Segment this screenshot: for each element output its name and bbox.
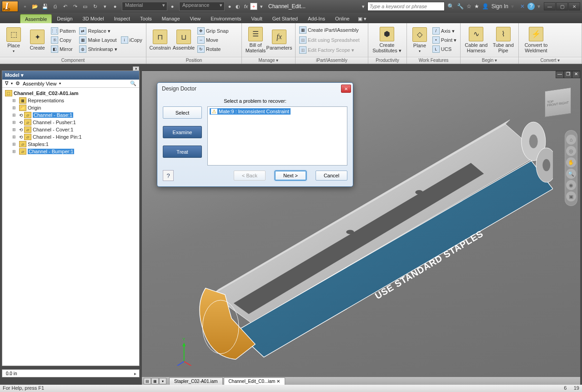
assembly-view-icon[interactable]: ⚙: [15, 80, 20, 86]
nav-wheel-icon[interactable]: ◎: [566, 146, 576, 156]
back-button[interactable]: < Back: [234, 171, 266, 181]
tree-item[interactable]: ⊞⟲▱Channel - Base:1: [12, 111, 136, 119]
appearance-dropdown[interactable]: Appearance: [179, 2, 225, 11]
panel-close-icon[interactable]: ✕: [133, 66, 139, 71]
color-icon-2[interactable]: ◐: [234, 2, 242, 10]
tabview-icon-2[interactable]: ▦: [151, 378, 159, 384]
app-icon[interactable]: PRO: [2, 1, 18, 12]
tree-item[interactable]: ⊞📁Origin: [12, 104, 136, 111]
makelayout-button[interactable]: ▦Make Layout: [78, 36, 118, 44]
tab-environments[interactable]: Environments: [206, 14, 246, 23]
help-icon[interactable]: ?: [527, 3, 535, 10]
ucs-button[interactable]: LUCS: [431, 45, 457, 53]
tab-online[interactable]: Online: [330, 14, 355, 23]
substitutes-button[interactable]: ⬢Create Substitutes ▾: [371, 27, 403, 53]
nav-zoom-icon[interactable]: 🔍: [566, 169, 576, 179]
close-button[interactable]: ✕: [568, 2, 580, 10]
editfactory-button[interactable]: ▥Edit Factory Scope ▾: [298, 46, 361, 54]
pattern-button[interactable]: ⋮⋮Pattern: [50, 27, 76, 35]
coordinate-readout[interactable]: 0.0 in: [2, 369, 140, 377]
copy-button[interactable]: ⎘Copy: [50, 36, 76, 44]
assembly-view-label[interactable]: Assembly View: [23, 81, 56, 86]
qat-saveas-icon[interactable]: ⎙: [51, 2, 59, 10]
bom-button[interactable]: ☰Bill of Materials: [245, 27, 266, 53]
tab-view[interactable]: View: [185, 14, 206, 23]
vp-minimize-icon[interactable]: —: [556, 71, 564, 78]
tree-item[interactable]: ⊞▱Staples:1: [12, 141, 136, 148]
tree-item[interactable]: ⊞⟲▱Channel - Cover:1: [12, 126, 136, 133]
nav-lookat-icon[interactable]: ▣: [566, 191, 576, 201]
tab-inspect[interactable]: Inspect: [109, 14, 135, 23]
plane-button[interactable]: ◇Plane▾: [410, 27, 430, 53]
qat-select-icon[interactable]: ▭: [81, 2, 89, 10]
key-icon[interactable]: 🔧: [457, 3, 464, 10]
tree-item[interactable]: ⊞⟲▱Channel - Hinge Pin:1: [12, 133, 136, 141]
filter-icon[interactable]: ∇: [5, 80, 8, 86]
doc-tab[interactable]: Channel_Edit_C0...iam ✕: [224, 377, 286, 385]
editspreadsheet-button[interactable]: ▤Edit using Spreadsheet: [298, 36, 361, 44]
shrinkwrap-button[interactable]: ◍Shrinkwrap ▾: [78, 45, 118, 53]
select-button[interactable]: Select: [163, 106, 202, 119]
qat-open-icon[interactable]: 📂: [31, 2, 39, 10]
gripsnap-button[interactable]: ✥Grip Snap: [196, 27, 230, 35]
qat-dropdown-icon[interactable]: ▾: [101, 2, 109, 10]
problem-item[interactable]: Mate:9 : Inconsistent Constraint: [210, 108, 291, 115]
minimize-button[interactable]: —: [544, 2, 556, 10]
point-button[interactable]: •Point ▾: [431, 36, 457, 44]
star-icon[interactable]: ☆: [467, 3, 472, 10]
color-icon-1[interactable]: ●: [226, 2, 234, 10]
place-button[interactable]: ⬚Place▾: [3, 27, 25, 53]
qat-redo-icon[interactable]: ↷: [71, 2, 79, 10]
nav-orbit-icon[interactable]: ◉: [566, 180, 576, 190]
create-button[interactable]: ✦Create: [26, 30, 48, 50]
maximize-button[interactable]: ▢: [556, 2, 568, 10]
convert-button[interactable]: ⚡Convert to Weldment: [522, 27, 551, 53]
assemble-button[interactable]: ⊔Assemble: [173, 30, 195, 50]
plus-icon[interactable]: +: [250, 3, 257, 10]
tree-root[interactable]: ⬚Channel_Edit_C02-A01.iam: [5, 90, 136, 97]
replace-button[interactable]: ⇄Replace ▾: [78, 27, 118, 35]
move-button[interactable]: ↔Move: [196, 36, 230, 44]
tree-item[interactable]: ⊞▱Channel - Bumper:1: [12, 148, 136, 155]
tab-getstarted[interactable]: Get Started: [267, 14, 303, 23]
icopy-button[interactable]: iiCopy: [120, 36, 143, 44]
nav-pan-icon[interactable]: ✋: [566, 157, 576, 167]
qat-save-icon[interactable]: 💾: [41, 2, 49, 10]
binoculars-icon[interactable]: 🔍: [447, 3, 454, 10]
tab-3dmodel[interactable]: 3D Model: [78, 14, 109, 23]
dialog-help-button[interactable]: ?: [163, 170, 174, 181]
fx-icon[interactable]: fx: [242, 2, 250, 10]
material-ball-icon[interactable]: ●: [111, 2, 119, 10]
doc-tab[interactable]: Stapler_C02-A01.iam: [169, 377, 223, 385]
tabview-icon-3[interactable]: ▾: [159, 378, 166, 384]
dialog-close-button[interactable]: ✕: [341, 85, 351, 93]
qat-update-icon[interactable]: ↻: [91, 2, 99, 10]
nav-home-icon[interactable]: ⌂: [566, 135, 576, 145]
tab-tools[interactable]: Tools: [135, 14, 157, 23]
rotate-button[interactable]: ↻Rotate: [196, 45, 230, 53]
createipart-button[interactable]: ▦Create iPart/iAssembly: [298, 26, 361, 34]
tab-vault[interactable]: Vault: [246, 14, 267, 23]
exchange-icon[interactable]: ✕: [520, 3, 525, 10]
cable-button[interactable]: ∿Cable and Harness: [463, 27, 489, 53]
vp-close-icon[interactable]: ✕: [572, 71, 580, 78]
qat-new-icon[interactable]: ▫: [21, 2, 29, 10]
problem-list[interactable]: Mate:9 : Inconsistent Constraint: [207, 106, 347, 166]
mirror-button[interactable]: ◧Mirror: [50, 45, 76, 53]
tab-overflow-icon[interactable]: ▣ ▾: [355, 15, 370, 23]
vp-restore-icon[interactable]: ❐: [564, 71, 572, 78]
material-dropdown[interactable]: Material: [122, 2, 167, 11]
tab-addins[interactable]: Add-Ins: [303, 14, 330, 23]
treat-button[interactable]: Treat: [163, 146, 202, 158]
user-icon[interactable]: 👤: [482, 3, 489, 10]
search-input[interactable]: [367, 2, 445, 11]
tab-manage[interactable]: Manage: [157, 14, 185, 23]
tabview-icon-1[interactable]: ▤: [144, 378, 151, 384]
signin-link[interactable]: Sign In: [492, 3, 508, 10]
tab-assemble[interactable]: Assemble: [20, 14, 52, 23]
find-icon[interactable]: 🔍: [130, 80, 136, 86]
qat-undo-icon[interactable]: ↶: [61, 2, 69, 10]
appearance-ball-icon[interactable]: ●: [168, 2, 176, 10]
examine-button[interactable]: Examine: [163, 126, 202, 138]
parameters-button[interactable]: fxParameters: [268, 30, 290, 50]
